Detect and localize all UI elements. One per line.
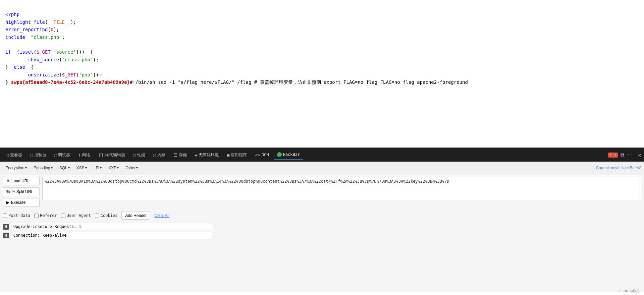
tab-console[interactable]: ⬚ 控制台 bbox=[27, 150, 50, 160]
close-devtools-icon[interactable]: ✕ bbox=[638, 152, 641, 158]
split-url-icon: % bbox=[6, 189, 10, 194]
hackbar-menu: Encryption ▾ Encoding ▾ SQL ▾ XSS ▾ LFI … bbox=[0, 162, 644, 174]
style-icon: {} bbox=[98, 153, 104, 158]
debugger-icon: ⬚ bbox=[54, 153, 57, 158]
load-url-icon: ⬆ bbox=[6, 179, 10, 183]
tab-inspector[interactable]: ⬚ 查看器 bbox=[3, 150, 25, 160]
other-menu[interactable]: Other ▾ bbox=[123, 165, 141, 171]
header-input-1[interactable] bbox=[11, 223, 212, 230]
post-data-checkbox[interactable] bbox=[3, 214, 7, 218]
clear-all-button[interactable]: Clear All bbox=[154, 213, 169, 218]
inspector-icon: ⬚ bbox=[6, 153, 9, 158]
xss-menu[interactable]: XSS ▾ bbox=[74, 165, 90, 171]
post-data-checkbox-label[interactable]: Post data bbox=[3, 213, 30, 218]
tab-storage[interactable]: ☰ 存储 bbox=[170, 150, 190, 160]
storage-icon: ☰ bbox=[173, 153, 177, 158]
header-row-2: H bbox=[3, 232, 641, 239]
encryption-chevron-icon: ▾ bbox=[25, 166, 27, 170]
user-agent-checkbox-label[interactable]: User Agent bbox=[61, 213, 91, 218]
devtools-toolbar: ⬚ 查看器 ⬚ 控制台 ⬚ 调试器 ↕ 网络 {} 样式编辑器 ⬚ 性能 ⬚ 内… bbox=[0, 148, 644, 162]
xss-chevron-icon: ▾ bbox=[85, 166, 87, 170]
error-icon: ! bbox=[609, 153, 612, 157]
headers-section: H H bbox=[0, 222, 644, 240]
application-icon: ▣ bbox=[227, 153, 229, 158]
split-url-button[interactable]: % % Split URL bbox=[3, 187, 40, 196]
console-icon: ⬚ bbox=[30, 153, 33, 158]
referer-checkbox[interactable] bbox=[34, 214, 39, 218]
devtools-right-actions: ! 1 ⧉ ··· ✕ bbox=[608, 152, 641, 158]
header-row: H bbox=[3, 223, 641, 230]
encryption-menu[interactable]: Encryption ▾ bbox=[3, 165, 30, 171]
tab-network[interactable]: ↕ 网络 bbox=[75, 150, 94, 160]
watermark: CSDN @秋分 bbox=[619, 289, 640, 294]
tab-performance[interactable]: ⬚ 性能 bbox=[130, 150, 149, 160]
tab-hackbar[interactable]: HackBar bbox=[274, 150, 304, 160]
lfi-menu[interactable]: LFI ▾ bbox=[91, 165, 104, 171]
user-agent-checkbox[interactable] bbox=[61, 214, 65, 218]
accessibility-icon: ✚ bbox=[195, 153, 198, 158]
more-options-icon[interactable]: ··· bbox=[627, 152, 635, 158]
add-header-button[interactable]: Add Header bbox=[121, 212, 150, 220]
tab-accessibility[interactable]: ✚ 无障碍环境 bbox=[192, 150, 222, 160]
sql-menu[interactable]: SQL ▾ bbox=[57, 165, 72, 171]
tab-dom[interactable]: <> DOM bbox=[252, 151, 272, 160]
error-badge: ! 1 bbox=[608, 153, 618, 158]
options-row: Post data Referer User Agent Cookies Add… bbox=[0, 210, 644, 222]
execute-button[interactable]: ▶ Execute bbox=[3, 198, 40, 207]
code-display: <?php highlight_file(__FILE__); error_re… bbox=[0, 0, 644, 148]
header-h-label-2: H bbox=[3, 233, 9, 238]
url-section: ⬆ Load URL % % Split URL ▶ Execute %22%3… bbox=[0, 174, 644, 210]
xxe-chevron-icon: ▾ bbox=[117, 166, 119, 170]
cookies-checkbox-label[interactable]: Cookies bbox=[95, 213, 118, 218]
execute-icon: ▶ bbox=[6, 200, 9, 205]
header-input-2[interactable] bbox=[11, 232, 212, 239]
hackbar-panel: Encryption ▾ Encoding ▾ SQL ▾ XSS ▾ LFI … bbox=[0, 162, 644, 292]
action-buttons: ⬆ Load URL % % Split URL ▶ Execute bbox=[3, 177, 40, 207]
memory-icon: ⬚ bbox=[153, 153, 156, 158]
encoding-menu[interactable]: Encoding ▾ bbox=[31, 165, 55, 171]
header-h-label-1: H bbox=[3, 224, 9, 230]
lfi-chevron-icon: ▾ bbox=[100, 166, 102, 170]
commit-button[interactable]: Commit now! HackBar v2 bbox=[596, 166, 641, 170]
cookies-checkbox[interactable] bbox=[95, 214, 99, 218]
tab-memory[interactable]: ⬚ 内存 bbox=[150, 150, 169, 160]
load-url-button[interactable]: ⬆ Load URL bbox=[3, 177, 40, 185]
network-icon: ↕ bbox=[78, 153, 81, 158]
hackbar-dot-icon bbox=[277, 152, 282, 157]
responsive-icon[interactable]: ⧉ bbox=[621, 152, 624, 158]
sql-chevron-icon: ▾ bbox=[68, 166, 70, 170]
tab-debugger[interactable]: ⬚ 调试器 bbox=[51, 150, 74, 160]
performance-icon: ⬚ bbox=[133, 153, 136, 158]
tab-application[interactable]: ▣ 应用程序 bbox=[223, 150, 250, 160]
xxe-menu[interactable]: XXE ▾ bbox=[106, 165, 121, 171]
encoding-chevron-icon: ▾ bbox=[51, 166, 53, 170]
tab-style-editor[interactable]: {} 样式编辑器 bbox=[95, 150, 128, 160]
other-chevron-icon: ▾ bbox=[136, 166, 138, 170]
dom-icon: <> bbox=[255, 153, 260, 158]
url-input[interactable]: %22%3A%3A%7Bs%3A10%3A%22%00dstbp%00cmd%2… bbox=[42, 177, 641, 200]
referer-checkbox-label[interactable]: Referer bbox=[34, 213, 57, 218]
